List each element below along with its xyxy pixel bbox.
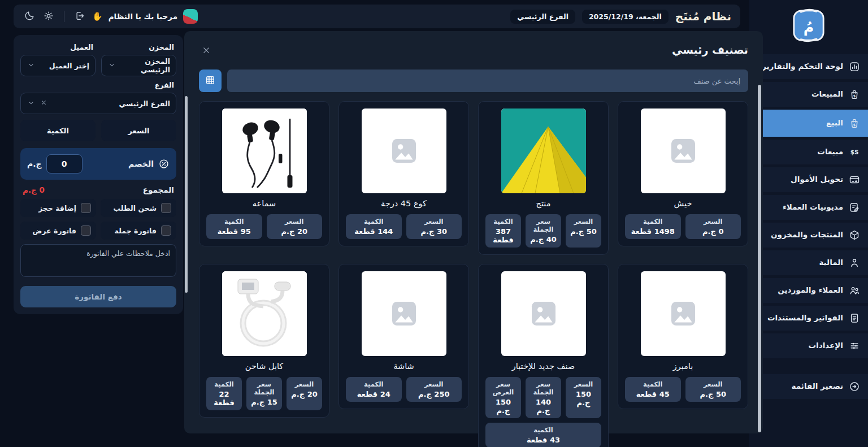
product-card[interactable]: كوع 45 درجة السعر 30 ج.م الكمية 144 قطعة [338,101,469,246]
invoice-notes-input[interactable] [20,244,176,277]
product-card[interactable]: بامبرز السعر 50 ج.م الكمية 45 قطعة [618,264,748,409]
invoices-icon [849,313,860,324]
divider [64,11,64,22]
sidebar-item-invoices-documents[interactable]: الفواتير والمستندات [752,306,868,331]
checkbox-wholesale-invoice[interactable]: فاتورة جملة [101,222,176,240]
product-name: شاشة [393,362,414,371]
branch-field: الفرع الفرع الرئيسي [20,81,176,114]
stat-chip: الكمية 45 قطعة [625,377,681,402]
product-stats: السعر 50 ج.م الكمية 45 قطعة [625,377,741,402]
date-badge: الجمعة، 2025/12/19 [582,10,669,24]
product-stats: السعر 20 ج.م الكمية 95 قطعة [206,214,322,239]
checkbox-input-ship-order[interactable] [161,203,171,213]
clear-x-icon[interactable] [40,98,48,109]
sidebar-item-customer-debts[interactable]: مديونيات العملاء [752,195,868,220]
logout-button[interactable] [73,9,86,24]
sidebar-item-customers-suppliers[interactable]: العملاء والموردين [752,278,868,303]
product-stats: السعر 150 ج.م سعر الجملة 140 ج.م سعر الع… [485,377,601,447]
checkbox-add-reservation[interactable]: إضافة حجز [20,199,96,217]
svg-text:S$: S$ [850,149,859,155]
discount-input[interactable] [46,154,83,173]
customer-select[interactable]: إختر العميل [20,55,96,76]
search-input[interactable] [227,70,748,92]
sidebar-item-settings[interactable]: الإعدادات [752,333,868,358]
chevron-down-icon [27,60,36,71]
product-name: منتج [536,199,551,208]
sliders-icon [849,340,860,351]
product-card[interactable]: شاشة السعر 250 ج.م الكمية 24 قطعة [338,264,469,409]
moon-icon [24,10,35,23]
settings-button[interactable] [42,9,55,24]
product-card[interactable]: منتج السعر 50 ج.م سعر الجملة 40 ج.م الكم… [478,101,609,255]
stat-chip: السعر 0 ج.م [685,214,741,239]
sidebar-item-sell[interactable]: $ البيع [752,110,868,137]
theme-toggle-button[interactable] [23,9,36,24]
product-card[interactable]: صنف جديد للإختبار السعر 150 ج.م سعر الجم… [478,264,609,447]
close-icon [201,45,211,57]
sidebar-item-sales-list[interactable]: S$ مبيعات [752,140,868,164]
product-card[interactable]: كابل شاحن السعر 20 ج.م سعر الجملة 15 ج.م… [199,264,329,418]
panel-scrollbar[interactable] [185,96,188,293]
topbar-right: نظام مُنتَج الجمعة، 2025/12/19 الفرع الر… [510,10,731,24]
box-icon [849,229,860,241]
transfer-icon [849,174,860,185]
product-stats: السعر 250 ج.م الكمية 24 قطعة [346,377,462,402]
logout-icon [74,10,85,23]
product-image [222,271,307,356]
stat-chip: الكمية 387 قطعة [485,214,521,248]
branch-select[interactable]: الفرع الرئيسي [20,93,176,114]
price-button[interactable]: السعر [101,120,176,141]
chevron-down-icon [27,98,36,109]
pay-invoice-button[interactable]: دفع الفاتورة [20,286,176,307]
quantity-button[interactable]: الكمية [20,120,96,141]
checkbox-input-wholesale-invoice[interactable] [161,225,171,236]
page-title: نظام مُنتَج [675,10,731,23]
product-card[interactable]: خيش السعر 0 ج.م الكمية 1498 قطعة [618,101,748,246]
product-image [362,271,446,356]
percent-badge-icon [158,158,170,170]
product-image [501,271,586,356]
sidebar-item-dashboard[interactable]: لوحة التحكم والتقارير [752,54,868,79]
branch-label: الفرع [23,81,174,89]
warehouse-field: المخزن المخزن الرئيسي [101,42,176,76]
sidebar-item-products-inventory[interactable]: المنتجات والمخزون [752,223,868,248]
product-name: بامبرز [673,362,693,371]
finance-icon [849,257,860,268]
grid-view-button[interactable] [199,70,222,92]
collapse-menu-button[interactable]: تصغير القائمة [752,374,868,399]
checkbox-input-add-reservation[interactable] [81,203,91,213]
stat-chip: السعر 50 ج.م [566,214,601,248]
checkbox-ship-order[interactable]: شحن الطلب [101,199,176,217]
sidebar-item-money-transfer[interactable]: تحويل الأموال [752,167,868,192]
warehouse-value: المخزن الرئيسي [116,57,170,74]
branch-badge: الفرع الرئيسي [510,10,575,24]
customer-field: العميل إختر العميل [20,42,96,76]
stat-chip: الكمية 95 قطعة [206,214,262,239]
branch-value: الفرع الرئيسي [119,99,170,108]
pos-panel: المخزن المخزن الرئيسي العميل إختر العميل… [14,35,183,314]
product-card[interactable]: سماعه السعر 20 ج.م الكمية 95 قطعة [199,101,329,246]
checkbox-quote-invoice[interactable]: فاتورة عرض [20,222,96,240]
product-grid: خيش السعر 0 ج.م الكمية 1498 قطعة منتج ال… [199,101,748,447]
warehouse-select[interactable]: المخزن الرئيسي [101,55,176,76]
checkbox-input-quote-invoice[interactable] [81,225,91,236]
product-name: كابل شاحن [245,362,284,371]
discount-label: الخصم [87,159,154,168]
sidebar-item-sales[interactable]: $ المبيعات [752,82,868,107]
product-image [222,109,307,193]
debts-icon [849,202,860,213]
stat-chip: السعر 20 ج.م [287,377,322,410]
chevron-down-icon [107,60,116,71]
close-button[interactable] [198,45,215,58]
stat-chip: سعر الجملة 15 ج.م [246,377,282,410]
stat-chip: الكمية 1498 قطعة [625,214,681,239]
collapse-menu-label: تصغير القائمة [792,381,843,392]
product-image [641,271,726,356]
stat-chip: الكمية 22 قطعة [206,377,242,410]
sidebar-item-finance[interactable]: المالية [752,250,868,275]
product-name: خيش [674,199,692,208]
avatar[interactable] [183,9,198,24]
dashboard-icon [849,61,860,72]
modal-scrollbar[interactable] [758,85,761,432]
product-stats: السعر 50 ج.م سعر الجملة 40 ج.م الكمية 38… [485,214,601,248]
